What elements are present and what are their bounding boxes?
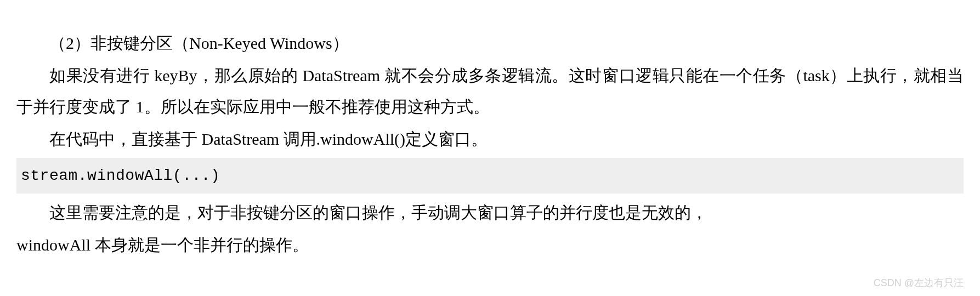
heading-suffix: ） [332, 34, 349, 52]
heading-prefix: （2）非按键分区（ [49, 34, 189, 52]
p1-keyby: keyBy [154, 66, 197, 84]
p2-seg3: 调用 [284, 130, 316, 148]
p3-seg1: 这里需要注意的是，对于非按键分区的窗口操作，手动调大窗口算子的并行度也是无效的， [49, 203, 707, 221]
heading-latin: Non-Keyed Windows [189, 34, 332, 52]
p2-windowall: .windowAll() [316, 130, 405, 148]
document-body: （2）非按键分区（Non-Keyed Windows） 如果没有进行 keyBy… [16, 27, 964, 260]
p2-datastream: DataStream [202, 130, 284, 148]
p1-seg1: 如果没有进行 [49, 66, 154, 84]
p1-task: task [803, 66, 829, 84]
paragraph-3b: windowAll 本身就是一个非并行的操作。 [16, 229, 964, 260]
paragraph-3a: 这里需要注意的是，对于非按键分区的窗口操作，手动调大窗口算子的并行度也是无效的， [16, 197, 964, 228]
paragraph-1: 如果没有进行 keyBy，那么原始的 DataStream 就不会分成多条逻辑流… [16, 60, 964, 122]
p1-seg3: ，那么原始的 [197, 66, 303, 84]
section-heading: （2）非按键分区（Non-Keyed Windows） [16, 27, 964, 59]
p3-seg3: 本身就是一个非并行的操作。 [95, 236, 309, 254]
code-snippet: stream.windowAll(...) [16, 158, 964, 193]
p1-seg5: 就不会分成多条逻辑流。这时窗口逻辑只能在一个任务（ [384, 66, 803, 84]
p2-seg1: 在代码中，直接基于 [49, 130, 202, 148]
p3-windowall: windowAll [16, 236, 95, 254]
p2-seg5: 定义窗口。 [405, 130, 488, 148]
p1-datastream: DataStream [302, 66, 384, 84]
watermark-text: CSDN @左边有只汪 [874, 276, 964, 289]
paragraph-2: 在代码中，直接基于 DataStream 调用.windowAll()定义窗口。 [16, 123, 964, 155]
